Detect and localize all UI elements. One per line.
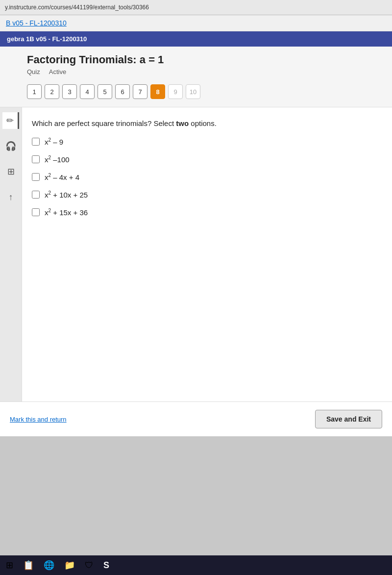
q-num-8[interactable]: 8 <box>150 84 165 99</box>
breadcrumb-link[interactable]: B v05 - FL-1200310 <box>6 19 67 27</box>
sidebar-icons: ✏ 🎧 ⊞ ↑ <box>0 107 22 401</box>
taskbar-browser[interactable]: 🌐 <box>40 557 58 573</box>
save-exit-button[interactable]: Save and Exit <box>315 410 382 428</box>
answer-label-4: x2 + 10x + 25 <box>45 190 88 199</box>
taskbar-start[interactable]: ⊞ <box>2 557 17 573</box>
taskbar-files[interactable]: 📁 <box>60 557 79 573</box>
question-text: Which are perfect square trinomials? Sel… <box>32 119 377 127</box>
q-num-3[interactable]: 3 <box>62 84 77 99</box>
upload-icon[interactable]: ↑ <box>2 189 19 205</box>
main-wrapper: gebra 1B v05 - FL-1200310 Factoring Trin… <box>0 31 392 436</box>
q-num-2[interactable]: 2 <box>45 84 59 99</box>
taskbar-s[interactable]: S <box>99 557 113 573</box>
answer-option-2: x2 –100 <box>32 155 377 164</box>
content-area: ✏ 🎧 ⊞ ↑ Which are perfect square trinomi… <box>0 107 392 401</box>
question-text-after: options. <box>189 119 217 127</box>
checkbox-1[interactable] <box>32 138 40 146</box>
question-text-before: Which are perfect square trinomials? Sel… <box>32 119 176 127</box>
quiz-status-value: Active <box>49 68 66 75</box>
taskbar: ⊞ 📋 🌐 📁 🛡 S <box>0 555 392 575</box>
breadcrumb-bar: B v05 - FL-1200310 <box>0 15 392 31</box>
headphone-icon[interactable]: 🎧 <box>2 138 19 154</box>
checkbox-3[interactable] <box>32 173 40 181</box>
checkbox-2[interactable] <box>32 155 40 163</box>
answer-label-5: x2 + 15x + 36 <box>45 208 88 217</box>
taskbar-taskview[interactable]: 📋 <box>19 557 38 573</box>
answer-option-4: x2 + 10x + 25 <box>32 190 377 199</box>
question-bold-word: two <box>176 119 189 127</box>
quiz-title-area: Factoring Trinomials: a = 1 Quiz Active … <box>0 47 392 107</box>
q-num-7[interactable]: 7 <box>133 84 147 99</box>
mark-return-link[interactable]: Mark this and return <box>10 416 67 423</box>
checkbox-4[interactable] <box>32 191 40 199</box>
answer-label-3: x2 – 4x + 4 <box>45 173 79 181</box>
q-num-6[interactable]: 6 <box>115 84 130 99</box>
answer-option-1: x2 – 9 <box>32 137 377 146</box>
question-content: Which are perfect square trinomials? Sel… <box>22 107 392 401</box>
answer-option-5: x2 + 15x + 36 <box>32 208 377 217</box>
quiz-status-label: Quiz <box>27 68 40 75</box>
course-header-label: gebra 1B v05 - FL-1200310 <box>7 35 87 43</box>
answer-label-2: x2 –100 <box>45 155 70 164</box>
taskbar-shield[interactable]: 🛡 <box>81 557 98 573</box>
q-num-9[interactable]: 9 <box>168 84 183 99</box>
question-nav: 1 2 3 4 5 6 7 8 9 10 <box>27 80 365 104</box>
url-bar: y.instructure.com/courses/441199/externa… <box>5 4 387 11</box>
checkbox-5[interactable] <box>32 208 40 216</box>
q-num-5[interactable]: 5 <box>98 84 112 99</box>
bottom-bar: Mark this and return Save and Exit <box>0 401 392 436</box>
browser-chrome: y.instructure.com/courses/441199/externa… <box>0 0 392 15</box>
q-num-10[interactable]: 10 <box>186 84 200 99</box>
quiz-title: Factoring Trinomials: a = 1 <box>27 53 365 66</box>
answer-option-3: x2 – 4x + 4 <box>32 173 377 181</box>
q-num-1[interactable]: 1 <box>27 84 42 99</box>
calculator-icon[interactable]: ⊞ <box>2 163 19 180</box>
quiz-meta: Quiz Active <box>27 68 365 75</box>
answer-label-1: x2 – 9 <box>45 137 63 146</box>
q-num-4[interactable]: 4 <box>80 84 95 99</box>
pencil-icon[interactable]: ✏ <box>2 112 19 129</box>
course-header: gebra 1B v05 - FL-1200310 <box>0 31 392 47</box>
